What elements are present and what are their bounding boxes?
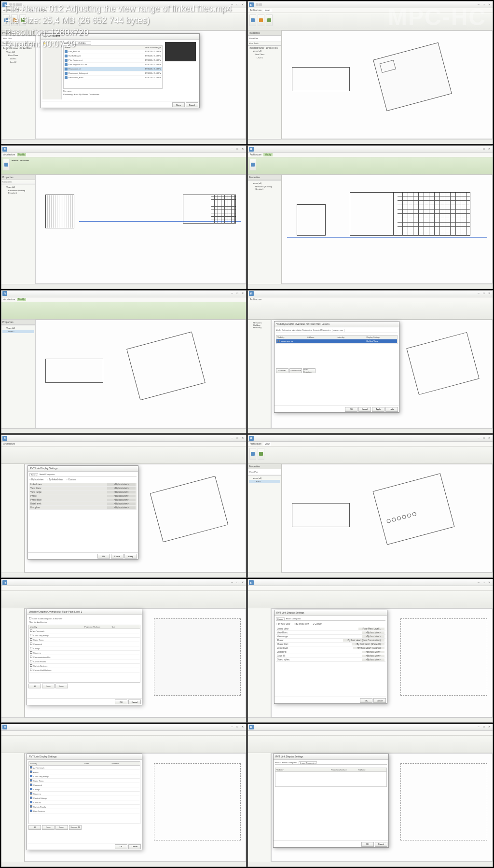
status-bar bbox=[1, 139, 246, 144]
thumb-floorplan-furniture[interactable]: R─□✕ ArchitectureView Properties Floor P… bbox=[247, 434, 493, 578]
thumb-model-categories[interactable]: R─□✕ Visibility/Graphic Overrides for Fl… bbox=[1, 579, 247, 722]
thumb-elevation-large[interactable]: R─□✕ ArchitectureModify Properties Views… bbox=[247, 145, 493, 289]
thumb-rvt-link-basics[interactable]: R─□✕ Architecture RVT Link Display Setti… bbox=[1, 434, 247, 578]
vg-model-cat-dialog: Visibility/Graphic Overrides for Floor P… bbox=[27, 609, 142, 705]
thumb-rvt-link-custom[interactable]: R─□✕ RVT Link Display Settings Basics Mo… bbox=[247, 579, 493, 722]
open-button[interactable]: Open bbox=[172, 102, 185, 107]
cancel-button[interactable]: Cancel bbox=[186, 102, 198, 107]
mpc-hc-logo: MPC-HC bbox=[388, 4, 486, 30]
thumb-import-categories[interactable]: R─□✕ RVT Link Display Settings Basics Mo… bbox=[247, 724, 493, 867]
thumb-model-cat-checked[interactable]: R─□✕ RVT Link Display Settings Visibilit… bbox=[1, 724, 247, 867]
thumb-elevation-small[interactable]: R─□✕ ArchitectureModify Activate Dimensi… bbox=[1, 145, 247, 289]
vg-overrides-dialog: Visibility/Graphic Overrides for Floor P… bbox=[274, 321, 399, 413]
rvt-link-dialog: RVT Link Display Settings Basics Model C… bbox=[27, 465, 138, 560]
thumb-floorplan-view[interactable]: R─□✕ ArchitectureModify Properties Views… bbox=[1, 290, 247, 434]
thumb-vg-links[interactable]: R─□✕ Architecture Elevations (Building E… bbox=[247, 290, 493, 434]
thumbnail-grid: R ─□✕ ArchitectureStructure InsertAnnota… bbox=[0, 0, 494, 868]
